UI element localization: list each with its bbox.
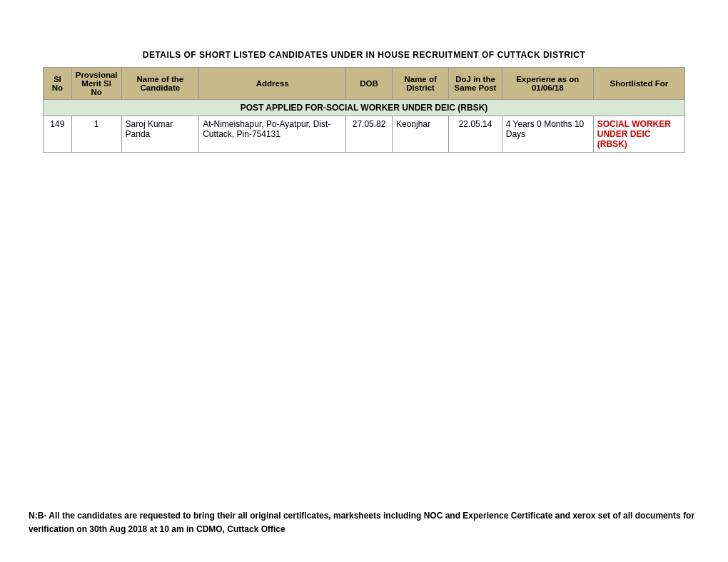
header-sl-no: Sl No — [44, 68, 72, 100]
footer-note: N:B- All the candidates are requested to… — [29, 509, 699, 536]
cell-address: At-Nimeishapur, Po-Ayatpur, Dist-Cuttack… — [199, 116, 346, 153]
cell-merit-sl-no: 1 — [71, 116, 121, 153]
cell-sl-no: 149 — [44, 116, 72, 153]
page-title: DETAILS OF SHORT LISTED CANDIDATES UNDER… — [29, 50, 699, 60]
header-name: Name of the Candidate — [121, 68, 199, 100]
candidates-table: Sl No Provsional Merit Sl No Name of the… — [43, 67, 685, 153]
cell-experience: 4 Years 0 Months 10 Days — [502, 116, 593, 153]
cell-district: Keonjhar — [392, 116, 448, 153]
header-experience: Experiene as on 01/06/18 — [502, 68, 593, 100]
header-merit-sl-no: Provsional Merit Sl No — [71, 68, 121, 100]
section-label: POST APPLIED FOR-SOCIAL WORKER UNDER DEI… — [44, 100, 685, 116]
section-header-row: POST APPLIED FOR-SOCIAL WORKER UNDER DEI… — [44, 100, 685, 116]
table-container: Sl No Provsional Merit Sl No Name of the… — [43, 67, 685, 153]
cell-name: Saroj Kumar Panda — [121, 116, 199, 153]
cell-shortlisted: SOCIAL WORKER UNDER DEIC (RBSK) — [593, 116, 684, 153]
table-row: 149 1 Saroj Kumar Panda At-Nimeishapur, … — [44, 116, 685, 153]
header-district: Name of District — [392, 68, 448, 100]
header-address: Address — [199, 68, 346, 100]
table-header-row: Sl No Provsional Merit Sl No Name of the… — [44, 68, 685, 100]
header-doj: DoJ in the Same Post — [449, 68, 502, 100]
cell-dob: 27.05.82 — [346, 116, 393, 153]
header-shortlisted: Shortlisted For — [593, 68, 684, 100]
header-dob: DOB — [346, 68, 393, 100]
cell-doj: 22.05.14 — [449, 116, 502, 153]
